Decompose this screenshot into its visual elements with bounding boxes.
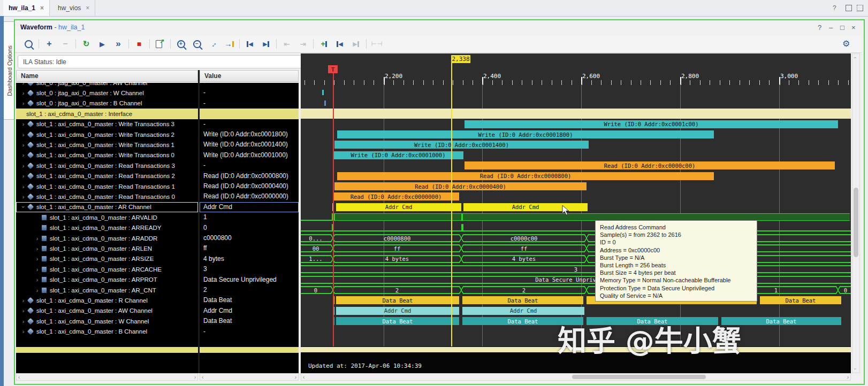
value-cell[interactable]: -: [200, 98, 299, 109]
tree-row[interactable]: slot_1 : axi_cdma_0_master : ARREADY: [16, 223, 198, 233]
add-probes-icon[interactable]: +: [43, 37, 55, 50]
tree-row[interactable]: ›slot_1 : axi_cdma_0_master : Write Tran…: [16, 129, 198, 140]
close-icon[interactable]: ×: [40, 4, 44, 12]
r-channel-bar[interactable]: Data Beat: [336, 296, 459, 304]
hscrollbar-thumb[interactable]: [572, 375, 706, 379]
expand-icon[interactable]: ›: [34, 287, 40, 294]
tree-row-focused[interactable]: ›slot_1 : axi_cdma_0_master : AR Channel: [16, 202, 198, 212]
arlen-segment[interactable]: ff: [335, 244, 459, 252]
next-transition-icon[interactable]: ⇥: [297, 37, 309, 50]
scroll-right-icon[interactable]: ›: [847, 374, 849, 380]
collapse-icon[interactable]: ›: [20, 204, 27, 210]
stop-trigger-icon[interactable]: ■: [133, 37, 145, 50]
tree-row[interactable]: ›slot_1 : axi_cdma_0_master : Write Tran…: [16, 119, 198, 129]
value-cell[interactable]: Data Beat: [200, 295, 299, 305]
vscrollbar-thumb[interactable]: [854, 188, 858, 257]
expand-icon[interactable]: ›: [34, 266, 40, 273]
trigger-marker-flag[interactable]: T: [328, 65, 338, 73]
value-cell[interactable]: 2: [200, 285, 299, 295]
expand-icon[interactable]: ›: [20, 90, 26, 96]
scroll-left-icon[interactable]: ‹: [202, 374, 203, 380]
read-transaction-bar[interactable]: Read (ID:0 Addr:0xc0000800): [337, 172, 714, 180]
expand-icon[interactable]: ›: [20, 132, 26, 138]
cursor-position-label[interactable]: 2,338: [451, 55, 470, 63]
tree-row[interactable]: ›slot_1 : axi_cdma_0_master : Read Trans…: [16, 160, 198, 171]
aw-channel-bar[interactable]: Addr Cmd: [462, 307, 584, 315]
trigger-marker-line[interactable]: [333, 67, 334, 346]
scroll-left-icon[interactable]: ‹: [18, 374, 20, 380]
expand-icon[interactable]: ›: [20, 194, 26, 200]
write-transaction-bar[interactable]: Write (ID:0 Addr:0xc0001000): [333, 151, 463, 159]
add-marker-icon[interactable]: +: [318, 37, 330, 50]
tree-row[interactable]: ›slot_1 : axi_cdma_0_master : Read Trans…: [16, 181, 198, 191]
value-cell-partial[interactable]: [200, 347, 299, 353]
expand-icon[interactable]: ›: [20, 328, 26, 335]
tree-row[interactable]: ›slot_0 : jtag_axi_0_master : AW Channel: [16, 83, 198, 88]
tree-row[interactable]: ›slot_1 : axi_cdma_0_master : ARPROT: [16, 275, 198, 285]
arprot-segment[interactable]: Data Secure Unprivileged: [301, 276, 851, 284]
zoom-fit-icon[interactable]: ↔: [207, 37, 219, 50]
tree-row[interactable]: ›slot_1 : axi_cdma_0_master : ARCACHE: [16, 264, 198, 274]
expand-icon[interactable]: ›: [20, 121, 26, 127]
expand-icon[interactable]: ›: [20, 152, 26, 158]
arready-low-line[interactable]: [301, 230, 851, 231]
wave-vscrollbar[interactable]: ‹ ›: [852, 53, 860, 373]
expand-icon[interactable]: ›: [20, 142, 26, 148]
arsize-segment[interactable]: 1...: [301, 255, 331, 263]
tree-row[interactable]: ›slot_1 : axi_cdma_0_master : Read Trans…: [16, 171, 198, 181]
w-channel-bar[interactable]: Data Beat: [336, 317, 459, 325]
scroll-right-icon[interactable]: ›: [295, 374, 296, 380]
value-column-header[interactable]: Value: [200, 70, 299, 82]
tab-hw-ila-1[interactable]: hw_ila_1 ×: [3, 0, 50, 16]
tree-row[interactable]: ›slot_1 : axi_cdma_0_master : AW Channel: [16, 306, 198, 316]
arcache-segment[interactable]: 3: [301, 265, 851, 273]
expand-icon[interactable]: ›: [34, 235, 40, 242]
zoom-in-icon[interactable]: +: [175, 37, 187, 50]
cursor-line[interactable]: [451, 56, 452, 346]
external-window-icon[interactable]: [857, 5, 863, 11]
expand-icon[interactable]: ›: [34, 256, 40, 262]
scroll-up-icon[interactable]: ‹: [852, 57, 858, 59]
value-cell[interactable]: 1: [200, 212, 299, 222]
value-cell[interactable]: Write (ID:0 Addr:0xc0001800): [200, 129, 299, 140]
run-trigger-immediate-icon[interactable]: »: [112, 37, 124, 50]
tree-row[interactable]: ›slot_1 : axi_cdma_0_master : Write Tran…: [16, 140, 198, 150]
name-column-header[interactable]: Name: [16, 70, 198, 82]
tree-row[interactable]: ›slot_1 : axi_cdma_0_master : ARSIZE: [16, 254, 198, 264]
write-transaction-bar[interactable]: Write (ID:0 Addr:0xc0001800): [337, 130, 714, 138]
aw-channel-bar[interactable]: Addr Cmd: [336, 307, 459, 315]
scroll-down-icon[interactable]: ›: [852, 368, 858, 370]
r-channel-bar[interactable]: Data Beat: [760, 296, 841, 304]
remove-probes-icon[interactable]: −: [59, 37, 71, 50]
value-cell[interactable]: Data Secure Unprivileged: [200, 275, 299, 285]
r-channel-bar[interactable]: Data Beat: [462, 296, 583, 304]
tree-row[interactable]: ›slot_1 : axi_cdma_0_master : R Channel: [16, 295, 198, 305]
search-icon[interactable]: [22, 37, 34, 50]
arlen-segment[interactable]: 00: [301, 244, 331, 252]
arsize-segment[interactable]: 4 bytes: [463, 255, 584, 263]
expand-icon[interactable]: ›: [20, 163, 26, 169]
read-transaction-bar[interactable]: Read (ID:0 Addr:0xc0000c00): [465, 161, 835, 169]
arsize-segment[interactable]: 4 bytes: [335, 255, 459, 263]
tree-row-partial[interactable]: [16, 347, 198, 353]
value-cell[interactable]: 3: [200, 264, 299, 274]
value-cell[interactable]: 0: [200, 223, 299, 233]
value-cell[interactable]: -: [200, 88, 299, 98]
write-transaction-bar[interactable]: Write (ID:0 Addr:0xc0001400): [334, 141, 589, 149]
ar-cnt-segment[interactable]: 0: [301, 286, 331, 294]
araddr-segment[interactable]: 0...: [301, 234, 331, 242]
tree-row[interactable]: ›slot_1 : axi_cdma_0_master : B Channel: [16, 327, 198, 337]
value-cell[interactable]: Read (ID:0 Addr:0xc0000800): [200, 171, 299, 181]
expand-icon[interactable]: ›: [20, 318, 26, 325]
expand-icon[interactable]: ›: [20, 297, 26, 304]
interface-highlight-band[interactable]: [301, 109, 851, 119]
tree-row-selected[interactable]: slot_1 : axi_cdma_0_master : Interface: [16, 109, 198, 119]
wave-hscrollbar[interactable]: ‹ ›: [301, 373, 851, 381]
close-window-icon[interactable]: ×: [851, 24, 856, 32]
tree-row[interactable]: ›slot_1 : axi_cdma_0_master : ARADDR: [16, 233, 198, 243]
export-data-icon[interactable]: ↗: [154, 37, 166, 50]
float-window-icon[interactable]: [846, 5, 852, 11]
value-cell-selected[interactable]: [200, 109, 299, 119]
tree-row[interactable]: ›slot_1 : axi_cdma_0_master : Write Tran…: [16, 150, 198, 160]
minimize-icon[interactable]: –: [829, 24, 833, 32]
